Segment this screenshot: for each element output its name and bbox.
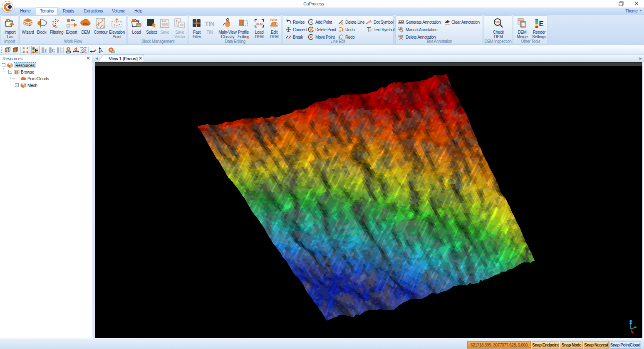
svg-text:E: E [35,47,39,54]
svg-text:DEM: DEM [518,19,523,22]
svg-text:DEM: DEM [495,21,501,24]
svg-text:u: u [339,30,341,32]
svg-text:123: 123 [398,35,403,37]
svg-text:C: C [52,48,54,54]
svg-text:DEM: DEM [256,22,263,26]
svg-text:DEM: DEM [83,23,89,25]
svg-text:123: 123 [398,20,404,24]
svg-text:I: I [44,48,47,54]
svg-text:d: d [74,47,77,52]
svg-text:E: E [539,20,544,28]
svg-text:DEM: DEM [270,18,277,22]
svg-text:TIN: TIN [205,20,214,27]
svg-text:DEM: DEM [521,26,526,28]
